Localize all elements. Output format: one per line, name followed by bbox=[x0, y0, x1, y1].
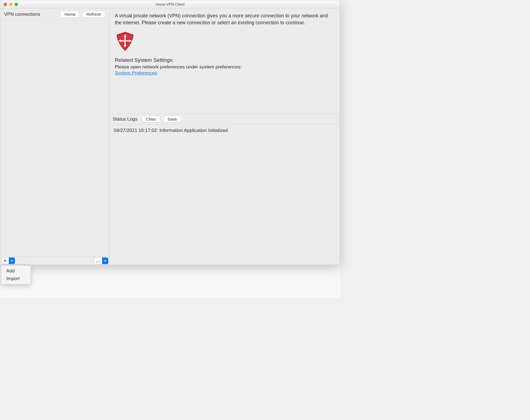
more-dropdown-button[interactable] bbox=[102, 257, 108, 264]
home-button[interactable]: Home bbox=[60, 11, 80, 18]
close-icon[interactable] bbox=[4, 3, 7, 6]
log-entry: 04/27/2021 16:17:02: Information Applica… bbox=[114, 128, 335, 133]
intro-text: A virtual private network (VPN) connecti… bbox=[115, 12, 334, 26]
related-settings-sub: Please open network preferences under sy… bbox=[115, 64, 334, 70]
menu-item-import[interactable]: Import bbox=[1, 275, 31, 283]
connection-list bbox=[0, 20, 109, 256]
save-logs-button[interactable]: Save bbox=[163, 116, 181, 123]
content-area: VPN connections Home Refresh + ... bbox=[0, 9, 340, 265]
app-window: Azure VPN Client VPN connections Home Re… bbox=[0, 0, 340, 265]
system-preferences-link[interactable]: System Preferences bbox=[115, 70, 157, 76]
window-title: Azure VPN Client bbox=[4, 2, 336, 6]
sidebar-title: VPN connections bbox=[4, 12, 40, 17]
titlebar: Azure VPN Client bbox=[0, 0, 340, 9]
add-button[interactable]: + bbox=[1, 257, 9, 264]
menu-item-add[interactable]: Add bbox=[1, 267, 31, 275]
more-button[interactable]: ... bbox=[94, 257, 102, 264]
footer-spacer bbox=[16, 257, 94, 265]
main-panel: A virtual private network (VPN) connecti… bbox=[109, 9, 340, 265]
info-pane: A virtual private network (VPN) connecti… bbox=[109, 9, 340, 114]
clear-logs-button[interactable]: Clear bbox=[142, 116, 160, 123]
logs-body: 04/27/2021 16:17:02: Information Applica… bbox=[109, 124, 340, 265]
logs-toolbar: Status Logs Clear Save bbox=[109, 114, 340, 124]
vpn-shield-icon bbox=[115, 31, 334, 52]
plus-icon: + bbox=[4, 258, 6, 263]
window-controls bbox=[4, 3, 18, 6]
sidebar-footer: + ... bbox=[0, 256, 109, 265]
minimize-icon[interactable] bbox=[9, 3, 12, 6]
add-dropdown-button[interactable] bbox=[9, 257, 15, 264]
ellipsis-icon: ... bbox=[96, 258, 100, 263]
refresh-button[interactable]: Refresh bbox=[82, 11, 105, 18]
maximize-icon[interactable] bbox=[15, 3, 18, 6]
related-settings-heading: Related System Settings: bbox=[115, 57, 334, 63]
chevron-down-icon bbox=[11, 260, 13, 262]
sidebar-header: VPN connections Home Refresh bbox=[0, 9, 109, 20]
add-dropdown-menu: Add Import bbox=[1, 265, 31, 285]
chevron-down-icon bbox=[104, 260, 106, 262]
more-options-split-button: ... bbox=[94, 257, 108, 264]
status-logs-label: Status Logs bbox=[113, 116, 137, 122]
add-connection-split-button: + bbox=[1, 257, 15, 264]
sidebar: VPN connections Home Refresh + ... bbox=[0, 9, 109, 265]
background-pane bbox=[0, 265, 340, 298]
